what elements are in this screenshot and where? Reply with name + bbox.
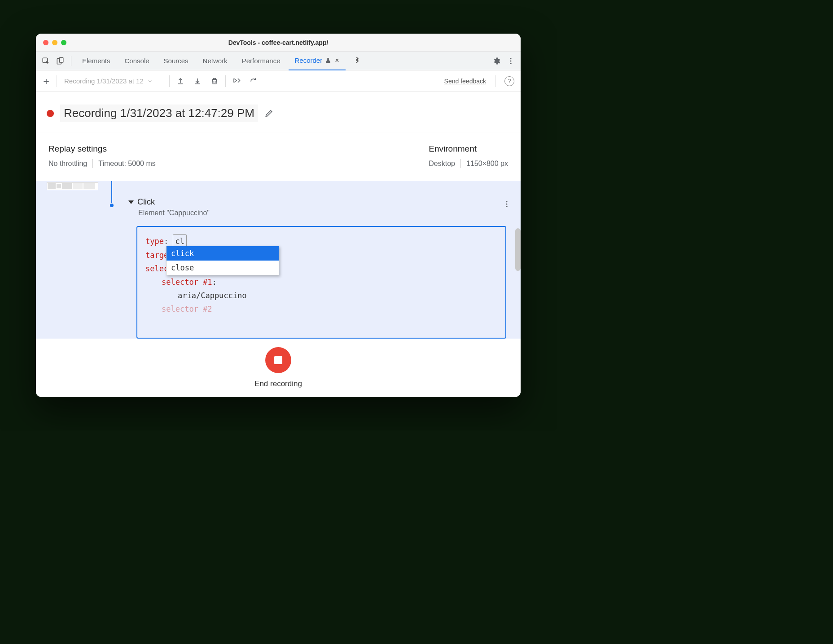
- throttling-value[interactable]: No throttling: [48, 160, 87, 168]
- export-icon[interactable]: [174, 75, 187, 87]
- svg-point-4: [510, 60, 512, 61]
- timeline-line: [111, 181, 112, 205]
- svg-point-6: [506, 201, 508, 202]
- divider: [57, 75, 57, 87]
- step-subtitle: Element "Cappuccino": [138, 209, 210, 217]
- device-toolbar-icon[interactable]: [54, 55, 66, 67]
- flask-icon: [325, 57, 331, 64]
- tab-recorder[interactable]: Recorder ×: [289, 52, 346, 70]
- end-recording-button[interactable]: [265, 347, 291, 373]
- end-recording-label: End recording: [254, 379, 302, 388]
- divider: [71, 56, 71, 66]
- recording-title: Recording 1/31/2023 at 12:47:29 PM: [60, 104, 258, 122]
- stop-icon: [274, 356, 282, 364]
- tab-label: Network: [203, 57, 228, 65]
- replay-speed-icon[interactable]: [247, 75, 260, 87]
- titlebar: DevTools - coffee-cart.netlify.app/: [36, 34, 521, 52]
- divider: [460, 159, 461, 168]
- recorder-toolbar: ＋ Recording 1/31/2023 at 12 Send feedbac…: [36, 70, 521, 92]
- inspect-element-icon[interactable]: [39, 55, 52, 67]
- recording-title-row: Recording 1/31/2023 at 12:47:29 PM: [36, 92, 521, 132]
- caret-down-icon: [128, 200, 134, 204]
- timeline-dot: [109, 203, 114, 208]
- tab-sources[interactable]: Sources: [158, 52, 195, 70]
- tab-label: Sources: [164, 57, 189, 65]
- selector1-key: selector #1: [162, 278, 212, 287]
- divider: [225, 75, 226, 87]
- chevron-down-icon: [147, 78, 153, 84]
- recording-indicator-icon: [47, 110, 54, 117]
- device-value: Desktop: [429, 160, 455, 168]
- environment-settings: Environment Desktop 1150×800 px: [429, 144, 508, 168]
- recording-selector[interactable]: Recording 1/31/2023 at 12: [61, 77, 165, 85]
- timeout-value[interactable]: Timeout: 5000 ms: [98, 160, 155, 168]
- svg-point-5: [510, 62, 512, 64]
- divider: [169, 75, 170, 87]
- tab-label: Console: [125, 57, 149, 65]
- more-tabs-icon[interactable]: [351, 55, 364, 67]
- step-over-icon[interactable]: [230, 75, 243, 87]
- step-area: Click Element "Cappuccino" type: cl targ…: [36, 181, 521, 339]
- help-icon[interactable]: ?: [504, 76, 514, 86]
- selector2-key: selector #2: [162, 305, 212, 313]
- screenshot-thumbnail[interactable]: [47, 182, 98, 190]
- tab-performance[interactable]: Performance: [236, 52, 287, 70]
- devtools-window: DevTools - coffee-cart.netlify.app/ Elem…: [36, 34, 521, 397]
- settings-row: Replay settings No throttling Timeout: 5…: [36, 132, 521, 181]
- autocomplete-option[interactable]: click: [167, 246, 279, 261]
- selector1-value[interactable]: aria/Cappuccino: [178, 291, 247, 300]
- import-icon[interactable]: [191, 75, 204, 87]
- tab-label: Performance: [242, 57, 281, 65]
- tab-elements[interactable]: Elements: [76, 52, 117, 70]
- scrollbar[interactable]: [515, 228, 521, 271]
- tab-label: Recorder: [295, 57, 323, 64]
- viewport-value: 1150×800 px: [466, 160, 508, 168]
- step-header[interactable]: Click: [128, 197, 155, 207]
- tab-label: Elements: [82, 57, 110, 65]
- close-tab-icon[interactable]: ×: [335, 57, 339, 65]
- svg-rect-2: [60, 57, 63, 62]
- svg-point-8: [506, 206, 508, 207]
- delete-icon[interactable]: [208, 75, 221, 87]
- autocomplete-option[interactable]: close: [167, 261, 279, 275]
- tab-console[interactable]: Console: [118, 52, 156, 70]
- divider: [495, 75, 495, 87]
- replay-settings: Replay settings No throttling Timeout: 5…: [48, 144, 156, 168]
- environment-heading: Environment: [429, 144, 508, 154]
- footer: End recording: [36, 339, 521, 397]
- settings-gear-icon[interactable]: [490, 55, 503, 67]
- replay-settings-values: No throttling Timeout: 5000 ms: [48, 159, 156, 168]
- svg-point-3: [510, 58, 512, 59]
- autocomplete-popup: click close: [166, 246, 279, 275]
- send-feedback-link[interactable]: Send feedback: [444, 78, 486, 85]
- tabbar: Elements Console Sources Network Perform…: [36, 52, 521, 70]
- kebab-menu-icon[interactable]: [504, 55, 517, 67]
- new-recording-button[interactable]: ＋: [40, 75, 52, 87]
- divider: [92, 159, 93, 168]
- environment-values: Desktop 1150×800 px: [429, 159, 508, 168]
- svg-point-7: [506, 204, 508, 205]
- edit-title-icon[interactable]: [264, 109, 273, 118]
- recording-selector-label: Recording 1/31/2023 at 12: [64, 77, 144, 85]
- step-details-box: type: cl target select selector #1: aria…: [136, 226, 506, 339]
- window-title: DevTools - coffee-cart.netlify.app/: [36, 39, 521, 46]
- tab-network[interactable]: Network: [197, 52, 234, 70]
- type-key: type: [145, 237, 164, 246]
- step-more-icon[interactable]: [503, 200, 511, 208]
- replay-settings-heading: Replay settings: [48, 144, 156, 154]
- step-title: Click: [137, 197, 155, 207]
